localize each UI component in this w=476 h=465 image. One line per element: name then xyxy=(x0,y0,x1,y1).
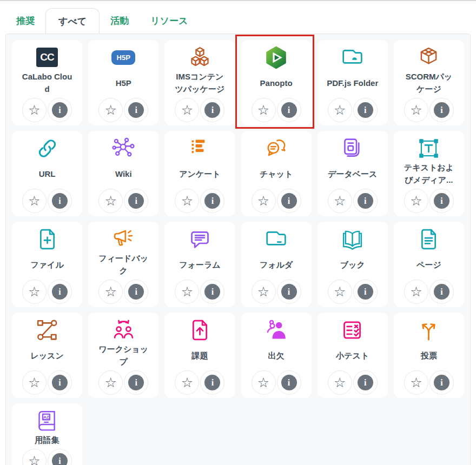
tile-label: フォルダ xyxy=(260,252,293,277)
favorite-star-button[interactable]: ☆ xyxy=(98,370,123,395)
activity-tile-page[interactable]: ページ☆i xyxy=(394,222,464,307)
info-button[interactable]: i xyxy=(48,280,72,304)
info-button[interactable]: i xyxy=(200,280,224,304)
favorite-star-button[interactable]: ☆ xyxy=(252,98,276,122)
info-button[interactable]: i xyxy=(429,189,454,213)
activity-tile-choice[interactable]: 投票☆i xyxy=(394,313,464,398)
info-button[interactable]: i xyxy=(429,280,454,304)
info-button[interactable]: i xyxy=(48,189,72,213)
info-button[interactable]: i xyxy=(429,370,454,395)
favorite-star-button[interactable]: ☆ xyxy=(175,370,199,395)
favorite-star-button[interactable]: ☆ xyxy=(252,189,276,213)
info-button[interactable]: i xyxy=(353,189,378,213)
activity-tile-feedback[interactable]: フィードバック☆i xyxy=(88,222,158,307)
activity-tile-lesson[interactable]: レッスン☆i xyxy=(12,313,82,398)
activity-tile-calabo-cloud[interactable]: CCCaLabo Cloud☆i xyxy=(12,40,82,125)
tile-label: Wiki xyxy=(115,161,132,186)
favorite-star-button[interactable]: ☆ xyxy=(98,98,123,122)
activity-tile-survey[interactable]: アンケート☆i xyxy=(164,131,235,216)
tile-label: 投票 xyxy=(421,343,437,368)
info-button[interactable]: i xyxy=(353,98,378,122)
favorite-star-button[interactable]: ☆ xyxy=(22,370,47,395)
favorite-star-button[interactable]: ☆ xyxy=(328,98,352,122)
activity-tile-database[interactable]: データベース☆i xyxy=(318,131,388,216)
favorite-star-button[interactable]: ☆ xyxy=(175,280,199,304)
panopto-logo xyxy=(264,45,288,69)
tile-actions: ☆i xyxy=(22,370,72,395)
favorite-star-button[interactable]: ☆ xyxy=(404,370,428,395)
favorite-star-button[interactable]: ☆ xyxy=(328,189,352,213)
favorite-star-button[interactable]: ☆ xyxy=(98,189,123,213)
info-button[interactable]: i xyxy=(277,370,301,395)
info-icon: i xyxy=(281,102,297,118)
tab-recommended[interactable]: 推奨 xyxy=(5,8,45,34)
info-button[interactable]: i xyxy=(48,370,72,395)
favorite-star-button[interactable]: ☆ xyxy=(328,280,352,304)
activity-tile-attendance[interactable]: 出欠☆i xyxy=(241,313,312,398)
favorite-star-button[interactable]: ☆ xyxy=(22,449,47,465)
info-button[interactable]: i xyxy=(277,98,301,122)
tab-all[interactable]: すべて xyxy=(45,8,100,34)
info-button[interactable]: i xyxy=(353,370,378,395)
activity-tile-chat[interactable]: チャット☆i xyxy=(241,131,312,216)
activity-tile-h5p[interactable]: H5PH5P☆i xyxy=(88,40,158,125)
tile-label: レッスン xyxy=(30,343,63,368)
activity-tile-assignment[interactable]: 課題☆i xyxy=(164,313,235,398)
info-icon: i xyxy=(204,102,220,118)
favorite-star-button[interactable]: ☆ xyxy=(22,189,47,213)
star-icon: ☆ xyxy=(105,103,117,117)
info-button[interactable]: i xyxy=(124,189,148,213)
star-icon: ☆ xyxy=(105,285,117,298)
favorite-star-button[interactable]: ☆ xyxy=(252,280,276,304)
activity-tile-wiki[interactable]: Wiki☆i xyxy=(88,131,158,216)
info-button[interactable]: i xyxy=(48,449,72,465)
activity-tile-panopto[interactable]: Panopto☆i xyxy=(241,40,312,125)
favorite-star-button[interactable]: ☆ xyxy=(175,189,199,213)
package-box-icon xyxy=(416,45,441,69)
info-button[interactable]: i xyxy=(200,98,224,122)
info-button[interactable]: i xyxy=(200,189,224,213)
favorite-star-button[interactable]: ☆ xyxy=(328,370,352,395)
tile-label: 用語集 xyxy=(35,434,60,446)
favorite-star-button[interactable]: ☆ xyxy=(22,280,47,304)
activity-tile-pdfjs-folder[interactable]: PDF.js Folder☆i xyxy=(318,40,388,125)
activity-tile-book[interactable]: ブック☆i xyxy=(318,222,388,307)
info-button[interactable]: i xyxy=(124,98,148,122)
favorite-star-button[interactable]: ☆ xyxy=(98,280,123,304)
favorite-star-button[interactable]: ☆ xyxy=(22,98,47,122)
activity-tile-quiz[interactable]: 小テスト☆i xyxy=(318,313,388,398)
activity-tile-text-and-media[interactable]: テキストおよびメディア...☆i xyxy=(394,131,464,216)
activity-tile-scorm-package[interactable]: SCORMパッケージ☆i xyxy=(394,40,464,125)
quiz-checklist-icon xyxy=(340,318,365,342)
info-button[interactable]: i xyxy=(277,189,301,213)
favorite-star-button[interactable]: ☆ xyxy=(404,189,428,213)
info-button[interactable]: i xyxy=(124,370,148,395)
info-button[interactable]: i xyxy=(124,280,148,304)
activity-tile-url[interactable]: URL☆i xyxy=(12,131,82,216)
info-button[interactable]: i xyxy=(48,98,72,122)
activity-tile-forum[interactable]: フォーラム☆i xyxy=(164,222,235,307)
info-button[interactable]: i xyxy=(277,280,301,304)
tile-actions: ☆i xyxy=(328,370,378,395)
tile-actions: ☆i xyxy=(404,370,454,395)
favorite-star-button[interactable]: ☆ xyxy=(404,98,428,122)
activity-tile-glossary[interactable]: AZ 用語集☆i xyxy=(12,403,82,465)
tile-label: ブック xyxy=(340,252,365,277)
favorite-star-button[interactable]: ☆ xyxy=(404,280,428,304)
tile-label: アンケート xyxy=(179,161,220,186)
info-button[interactable]: i xyxy=(200,370,224,395)
info-icon: i xyxy=(52,102,68,118)
tile-actions: ☆i xyxy=(175,98,224,122)
tab-resources[interactable]: リソース xyxy=(140,8,199,34)
activity-tile-folder[interactable]: フォルダ☆i xyxy=(241,222,312,307)
info-button[interactable]: i xyxy=(429,98,454,122)
activity-tile-workshop[interactable]: ワークショップ☆i xyxy=(88,313,158,398)
tab-activities[interactable]: 活動 xyxy=(100,8,140,34)
info-button[interactable]: i xyxy=(353,280,378,304)
activity-tile-ims-content-package[interactable]: IMSコンテンツパッケージ☆i xyxy=(164,40,235,125)
file-plus-icon xyxy=(35,227,60,251)
favorite-star-button[interactable]: ☆ xyxy=(175,98,199,122)
info-icon: i xyxy=(434,102,449,118)
activity-tile-file[interactable]: ファイル☆i xyxy=(12,222,82,307)
favorite-star-button[interactable]: ☆ xyxy=(252,370,276,395)
